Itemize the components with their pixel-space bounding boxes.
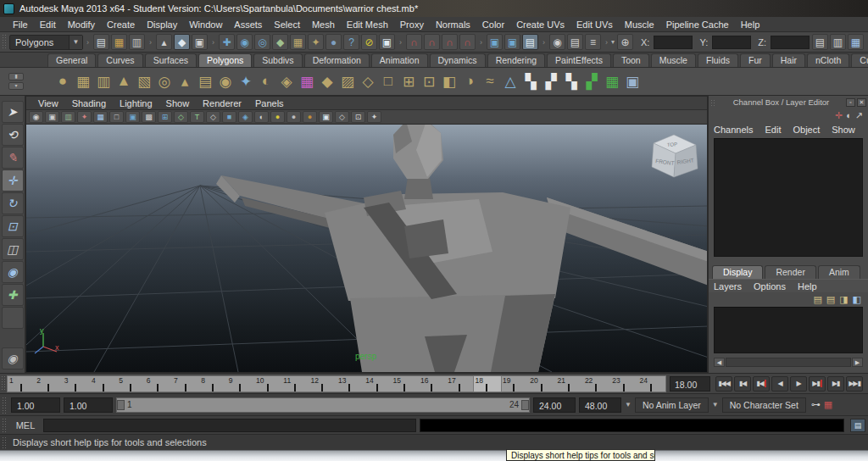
menu-mesh[interactable]: Mesh	[306, 18, 341, 31]
construction-history-icon[interactable]: ▤	[522, 34, 538, 50]
poly-cone-icon[interactable]: ▲	[114, 70, 134, 92]
select-tool[interactable]: ➤	[2, 101, 24, 123]
toggle-attribute-editor-icon[interactable]: ▤	[812, 34, 828, 50]
timeline-frame-22[interactable]: 22	[583, 376, 610, 392]
timeline-frame-10[interactable]: 10	[254, 376, 281, 392]
move-layer-up-icon[interactable]: ▤	[813, 294, 821, 305]
menu-pipeline-cache[interactable]: Pipeline Cache	[660, 18, 735, 31]
chevron-down-icon[interactable]: ▼	[69, 36, 82, 49]
panel-menu-renderer[interactable]: Renderer	[196, 97, 248, 109]
close-panel-button[interactable]: ✕	[857, 98, 866, 107]
uv-cylindrical-mapping-icon[interactable]: ▞	[541, 70, 561, 92]
uv-automatic-mapping-icon[interactable]: ▞	[581, 70, 602, 92]
extract-icon[interactable]: ◧	[439, 70, 459, 92]
create-empty-layer-icon[interactable]: ◨	[839, 294, 848, 305]
ipr-render-icon[interactable]: ▤	[567, 34, 583, 50]
film-gate-icon[interactable]: □	[109, 111, 124, 123]
snap-curve-icon[interactable]: ∩	[424, 34, 440, 50]
viewport-canvas[interactable]: TOP FRONT RIGHT persp y x	[26, 125, 707, 372]
shelf-tab-surfaces[interactable]: Surfaces	[145, 53, 197, 67]
layer-tab-anim[interactable]: Anim	[818, 265, 860, 279]
sculpt-geometry-icon[interactable]: ✦	[236, 70, 256, 92]
input-connections-icon[interactable]: ▣	[487, 34, 503, 50]
animation-end-field[interactable]	[579, 397, 621, 413]
scroll-left-icon[interactable]: ◀	[714, 358, 725, 367]
panel-menu-lighting[interactable]: Lighting	[113, 97, 159, 109]
poly-pyramid-icon[interactable]: ▴	[175, 70, 195, 92]
anim-layer-select[interactable]: No Anim Layer	[635, 397, 709, 413]
split-polygon-icon[interactable]: ◇	[358, 70, 378, 92]
booleans-icon[interactable]: ◑	[459, 70, 480, 92]
timeline-frame-20[interactable]: 20	[528, 376, 555, 392]
timeline-ruler[interactable]: 1 2 3 4 5 6 7 8 9 10 11 12 13 14 15	[7, 375, 666, 392]
group-separator[interactable]: ›	[541, 35, 547, 50]
textured-cube-icon[interactable]: ▦	[297, 70, 317, 92]
timeline-frame-21[interactable]: 21	[556, 376, 583, 392]
menu-select[interactable]: Select	[268, 18, 306, 31]
range-start-handle[interactable]	[117, 400, 125, 410]
help-line-grip[interactable]	[2, 436, 8, 448]
shelf-tab-dynamics[interactable]: Dynamics	[430, 53, 486, 67]
layer-tab-display[interactable]: Display	[712, 265, 763, 279]
paint-selection-tool[interactable]: ✎	[2, 147, 24, 169]
menu-edit-uvs[interactable]: Edit UVs	[570, 18, 619, 31]
toggle-tool-settings-icon[interactable]: ▥	[830, 34, 846, 50]
step-forward-frame-button[interactable]: ▶▮	[827, 376, 844, 392]
scroll-right-icon[interactable]: ▶	[852, 358, 863, 367]
timeline-frame-11[interactable]: 11	[281, 376, 309, 392]
timeline-frame-2[interactable]: 2	[35, 376, 62, 392]
layer-menu-layers[interactable]: Layers	[714, 281, 742, 292]
2d-pan-zoom-icon[interactable]: ✦	[77, 111, 92, 123]
lasso-select-tool[interactable]: ⟲	[2, 124, 24, 146]
move-tool[interactable]: ✛	[2, 169, 24, 192]
shelf-tab-rendering[interactable]: Rendering	[487, 53, 545, 67]
timeline-frame-8[interactable]: 8	[199, 376, 226, 392]
isolate-select-icon[interactable]: ▣	[319, 111, 333, 123]
mel-input-field[interactable]	[43, 419, 416, 432]
image-plane-icon[interactable]: ▥	[61, 111, 75, 123]
menu-create-uvs[interactable]: Create UVs	[510, 18, 570, 31]
timeline-frame-14[interactable]: 14	[364, 376, 391, 392]
mask-surfaces-icon[interactable]: ◆	[272, 34, 288, 50]
shelf-tab-fur[interactable]: Fur	[740, 53, 771, 67]
lights-all-icon[interactable]: ●	[303, 111, 317, 123]
range-end-handle[interactable]	[521, 400, 529, 410]
panel-menu-shading[interactable]: Shading	[65, 97, 113, 109]
exposure-icon[interactable]: ✦	[367, 111, 381, 123]
playback-start-field[interactable]	[64, 397, 113, 413]
timeline-frame-7[interactable]: 7	[172, 376, 199, 392]
resolution-gate-icon[interactable]: ▣	[125, 111, 140, 123]
shelf-tab-muscle[interactable]: Muscle	[651, 53, 696, 67]
restore-panel-button[interactable]: ▫	[846, 98, 855, 107]
open-scene-icon[interactable]: ▦	[111, 34, 127, 50]
scale-tool[interactable]: ⊡	[2, 215, 24, 237]
current-time-field[interactable]	[670, 376, 710, 392]
layer-menu-options[interactable]: Options	[754, 281, 786, 292]
layer-tab-render[interactable]: Render	[765, 265, 815, 279]
timeline-frame-15[interactable]: 15	[392, 376, 419, 392]
move-layer-down-icon[interactable]: ▤	[826, 294, 835, 305]
shelf-tab-deformation[interactable]: Deformation	[304, 53, 370, 67]
shelf-tab-ncloth[interactable]: nCloth	[807, 53, 849, 67]
mask-curves-icon[interactable]: ◎	[254, 34, 270, 50]
lights-flat-icon[interactable]: ●	[287, 111, 301, 123]
wireframe-icon[interactable]: ◇	[206, 111, 220, 123]
poly-helix-icon[interactable]: ◉	[215, 70, 236, 92]
timeline-frame-13[interactable]: 13	[337, 376, 364, 392]
panel-menu-show[interactable]: Show	[159, 97, 197, 109]
group-separator[interactable]: ›	[398, 35, 403, 50]
timeline-frame-6[interactable]: 6	[145, 376, 172, 392]
poly-torus-icon[interactable]: ◎	[154, 70, 175, 92]
menu-display[interactable]: Display	[141, 18, 183, 31]
timeline-frame-24[interactable]: 24	[638, 376, 665, 392]
menu-modify[interactable]: Modify	[62, 18, 101, 31]
step-back-key-button[interactable]: ▮◀	[753, 376, 770, 392]
grid-icon[interactable]: ▦	[93, 111, 108, 123]
cut-faces-icon[interactable]: ▨	[337, 70, 358, 92]
mask-deformations-icon[interactable]: ▦	[290, 34, 306, 50]
shelf-tab-custom[interactable]: Custom	[851, 53, 868, 67]
shelf-tab-curves[interactable]: Curves	[97, 53, 142, 67]
smooth-icon[interactable]: ≈	[480, 70, 500, 92]
menu-create[interactable]: Create	[101, 18, 141, 31]
channel-box-menu-object[interactable]: Object	[793, 124, 826, 136]
